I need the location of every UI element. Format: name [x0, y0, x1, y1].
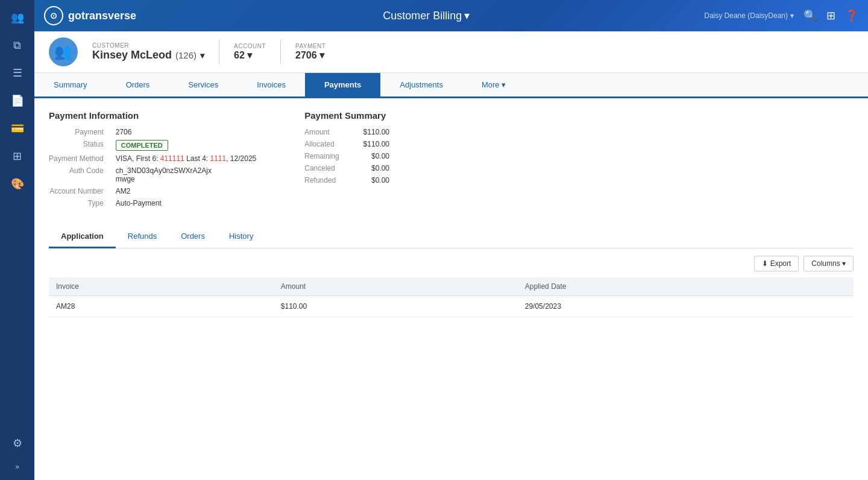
- payment-information-section: Payment Information Payment 2706 Status …: [49, 110, 256, 207]
- navbar-center: Customer Billing ▾: [148, 9, 704, 22]
- label-refunded: Refunded: [304, 176, 339, 185]
- value-amount: $110.00: [363, 128, 389, 136]
- value-canceled: $0.00: [363, 164, 389, 172]
- sidebar-icon-document[interactable]: 📄: [6, 89, 29, 112]
- navbar-title[interactable]: Customer Billing ▾: [383, 9, 470, 22]
- payment-number-text: 2706: [295, 50, 317, 61]
- sub-tab-application[interactable]: Application: [49, 226, 116, 248]
- navbar-right: Daisy Deane (DaisyDean) ▾ 🔍 ⊞ ❓: [704, 9, 858, 22]
- sub-tabs: Application Refunds Orders History: [49, 226, 854, 248]
- divider-vertical: [219, 40, 219, 64]
- application-table: Invoice Amount Applied Date AM28 $110.00…: [49, 277, 854, 317]
- sidebar-icon-users[interactable]: 👥: [6, 6, 29, 29]
- tab-adjustments[interactable]: Adjustments: [380, 73, 462, 98]
- value-payment-method: VISA, First 6: 411111 Last 4: 1111, 12/2…: [116, 154, 257, 163]
- payment-label: PAYMENT: [295, 43, 326, 49]
- sub-tab-orders[interactable]: Orders: [169, 226, 217, 248]
- columns-button[interactable]: Columns ▾: [804, 256, 854, 271]
- sidebar: 👥 ⧉ ☰ 📄 💳 ⊞ 🎨 ⚙ »: [0, 0, 34, 480]
- payment-header-block: PAYMENT 2706 ▾: [295, 43, 326, 61]
- label-canceled: Canceled: [304, 164, 339, 172]
- customer-info: CUSTOMER Kinsey McLeod (126) ▾ ACCOUNT 6…: [92, 40, 326, 64]
- payment-dropdown-arrow: ▾: [319, 49, 324, 61]
- col-header-invoice: Invoice: [49, 277, 274, 296]
- value-remaining: $0.00: [363, 152, 389, 160]
- cell-applied-date: 29/05/2023: [518, 296, 854, 317]
- tab-more[interactable]: More ▾: [462, 73, 525, 98]
- sub-tab-refunds[interactable]: Refunds: [116, 226, 169, 248]
- col-header-applied-date: Applied Date: [518, 277, 854, 296]
- account-number-dropdown[interactable]: 62 ▾: [234, 49, 266, 61]
- sidebar-icon-settings[interactable]: ⚙: [6, 432, 29, 455]
- cell-invoice: AM28: [49, 296, 274, 317]
- customer-dropdown-arrow: ▾: [200, 51, 204, 60]
- customer-name-text: Kinsey McLeod: [92, 49, 172, 62]
- customer-header: 👥 CUSTOMER Kinsey McLeod (126) ▾ ACCOUNT…: [34, 31, 868, 73]
- customer-count: (126): [175, 50, 197, 60]
- payment-info-table: Payment 2706 Status COMPLETED Payment Me…: [49, 128, 256, 207]
- payment-info-title: Payment Information: [49, 110, 256, 121]
- payment-number-dropdown[interactable]: 2706 ▾: [295, 49, 326, 61]
- account-label: ACCOUNT: [234, 43, 266, 49]
- sidebar-expand-button[interactable]: »: [6, 459, 29, 474]
- payment-summary-title: Payment Summary: [304, 110, 389, 121]
- navbar: ⊙ gotransverse Customer Billing ▾ Daisy …: [34, 0, 868, 31]
- col-header-amount: Amount: [274, 277, 518, 296]
- table-toolbar: ⬇ Export Columns ▾: [49, 256, 854, 271]
- value-allocated: $110.00: [363, 140, 389, 148]
- search-button[interactable]: 🔍: [804, 9, 817, 22]
- payment-summary-section: Payment Summary Amount $110.00 Allocated…: [304, 110, 389, 207]
- sub-tab-history[interactable]: History: [217, 226, 265, 248]
- value-type: Auto-Payment: [116, 199, 257, 207]
- customer-name-dropdown[interactable]: Kinsey McLeod (126) ▾: [92, 49, 204, 62]
- label-status: Status: [49, 140, 104, 148]
- brand-icon: ⊙: [44, 6, 63, 25]
- value-payment: 2706: [116, 128, 257, 136]
- tab-services[interactable]: Services: [169, 73, 237, 98]
- main-content: ⊙ gotransverse Customer Billing ▾ Daisy …: [34, 0, 868, 480]
- value-status: COMPLETED: [116, 140, 257, 151]
- tab-payments[interactable]: Payments: [305, 73, 380, 98]
- avatar: 👥: [49, 37, 78, 66]
- download-icon: ⬇: [762, 259, 768, 268]
- user-dropdown-arrow: ▾: [790, 11, 794, 20]
- tab-orders[interactable]: Orders: [107, 73, 169, 98]
- sidebar-icon-card[interactable]: 💳: [6, 117, 29, 140]
- sidebar-icon-list[interactable]: ☰: [6, 62, 29, 84]
- cell-amount: $110.00: [274, 296, 518, 317]
- account-block: ACCOUNT 62 ▾: [234, 43, 266, 61]
- sidebar-icon-palette[interactable]: 🎨: [6, 172, 29, 195]
- payment-body: Payment Information Payment 2706 Status …: [34, 98, 868, 480]
- label-type: Type: [49, 199, 104, 207]
- export-button[interactable]: ⬇ Export: [754, 256, 799, 271]
- label-amount: Amount: [304, 128, 339, 136]
- label-account-number: Account Number: [49, 187, 104, 195]
- label-allocated: Allocated: [304, 140, 339, 148]
- value-refunded: $0.00: [363, 176, 389, 185]
- info-sections: Payment Information Payment 2706 Status …: [49, 110, 854, 207]
- page-content: 👥 CUSTOMER Kinsey McLeod (126) ▾ ACCOUNT…: [34, 31, 868, 480]
- tab-summary[interactable]: Summary: [34, 73, 107, 98]
- label-auth-code: Auth Code: [49, 166, 104, 175]
- brand-name: gotransverse: [68, 10, 136, 22]
- payment-summary-table: Amount $110.00 Allocated $110.00 Remaini…: [304, 128, 389, 185]
- customer-block: CUSTOMER Kinsey McLeod (126) ▾: [92, 42, 204, 62]
- label-payment: Payment: [49, 128, 104, 136]
- apps-button[interactable]: ⊞: [826, 9, 835, 22]
- label-payment-method: Payment Method: [49, 154, 104, 163]
- sidebar-icon-calculator[interactable]: ⊞: [6, 145, 29, 168]
- account-dropdown-arrow: ▾: [247, 49, 252, 61]
- value-auth-code: ch_3ND03qAy0nzSWXrA2Ajxmwge: [116, 166, 257, 183]
- sidebar-icon-copy[interactable]: ⧉: [6, 34, 29, 57]
- table-row: AM28 $110.00 29/05/2023: [49, 296, 854, 317]
- status-badge: COMPLETED: [116, 140, 168, 151]
- navbar-user[interactable]: Daisy Deane (DaisyDean) ▾: [704, 11, 794, 20]
- customer-label: CUSTOMER: [92, 42, 204, 49]
- label-remaining: Remaining: [304, 152, 339, 160]
- tab-invoices[interactable]: Invoices: [237, 73, 305, 98]
- help-button[interactable]: ❓: [845, 9, 858, 22]
- divider-vertical-2: [280, 40, 281, 64]
- account-number-text: 62: [234, 50, 245, 61]
- navbar-title-arrow: ▾: [464, 9, 470, 22]
- value-account-number: AM2: [116, 187, 257, 195]
